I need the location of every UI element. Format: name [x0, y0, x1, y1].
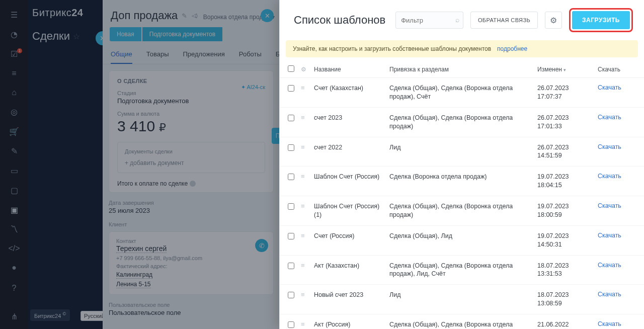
- template-name[interactable]: Счет (Россия): [314, 232, 389, 240]
- contact-street[interactable]: Ленина 5-15: [116, 281, 151, 288]
- row-checkbox[interactable]: [288, 292, 294, 298]
- download-link[interactable]: Скачать: [598, 202, 621, 209]
- box-icon[interactable]: ▣: [8, 205, 20, 215]
- tab-general[interactable]: Общие: [111, 50, 132, 64]
- download-link[interactable]: Скачать: [598, 262, 621, 269]
- row-checkbox[interactable]: [288, 174, 294, 180]
- drag-handle-icon[interactable]: ≡: [301, 173, 314, 180]
- tab-robots[interactable]: Роботы: [239, 50, 262, 64]
- help-hint-icon[interactable]: [190, 181, 196, 187]
- close-deal-button[interactable]: ✕: [261, 9, 274, 22]
- template-name[interactable]: Счет (Казахстан): [314, 84, 389, 93]
- link-icon[interactable]: ⏿: [191, 12, 198, 20]
- drag-handle-icon[interactable]: ≡: [301, 143, 314, 151]
- filter-input[interactable]: [395, 12, 463, 29]
- help-icon[interactable]: ?: [8, 282, 20, 294]
- download-link[interactable]: Скачать: [598, 173, 621, 180]
- template-name[interactable]: Акт (Россия): [314, 320, 389, 329]
- template-name[interactable]: счет 2022: [314, 143, 389, 152]
- sitemap-icon[interactable]: ⋔: [8, 310, 20, 322]
- download-link[interactable]: Скачать: [598, 84, 621, 91]
- drag-handle-icon[interactable]: ≡: [301, 232, 314, 239]
- row-checkbox[interactable]: [288, 85, 294, 92]
- table-row[interactable]: ≡Счет (Казахстан)Сделка (Общая), Сделка …: [280, 78, 644, 108]
- code-icon[interactable]: </>: [8, 244, 20, 253]
- download-link[interactable]: Скачать: [598, 320, 621, 327]
- drag-handle-icon[interactable]: ≡: [301, 262, 314, 269]
- col-binding[interactable]: Привязка к разделам: [389, 66, 537, 73]
- download-link[interactable]: Скачать: [598, 143, 621, 150]
- target-icon[interactable]: ◎: [8, 107, 20, 117]
- row-checkbox[interactable]: [288, 115, 294, 121]
- sum-label: Сумма и валюта: [117, 111, 265, 117]
- panel-settings-button[interactable]: ⚙: [545, 12, 562, 29]
- table-row[interactable]: ≡счет 2023Сделка (Общая), Сделка (Воронк…: [280, 108, 644, 137]
- tab-products[interactable]: Товары: [146, 50, 169, 64]
- row-checkbox[interactable]: [288, 321, 294, 328]
- menu-icon[interactable]: ☰: [8, 10, 20, 20]
- notice-text: Узнайте, как настроить и загрузить собст…: [293, 45, 491, 52]
- robot-icon[interactable]: ▢: [8, 186, 20, 195]
- table-row[interactable]: ≡счет 2022Лид26.07.202314:51:59Скачать: [280, 137, 644, 167]
- tasks-icon[interactable]: ☑1: [8, 49, 20, 59]
- download-link[interactable]: Скачать: [598, 232, 621, 239]
- partial-button[interactable]: П: [272, 128, 280, 144]
- check-icon[interactable]: ●: [8, 263, 20, 272]
- drag-handle-icon[interactable]: ≡: [301, 202, 314, 210]
- table-row[interactable]: ≡Счет (Россия)Сделка (Общая), Лид19.07.2…: [280, 226, 644, 256]
- row-checkbox[interactable]: [288, 263, 294, 269]
- brand-badge[interactable]: Битрикс24 ©: [30, 309, 70, 321]
- drag-handle-icon[interactable]: ≡: [301, 114, 314, 121]
- select-all-checkbox[interactable]: [288, 65, 294, 72]
- table-row[interactable]: ≡Акт (Россия)Сделка (Общая), Сделка (Вор…: [280, 314, 644, 329]
- row-checkbox[interactable]: [288, 203, 294, 210]
- stage-docs[interactable]: Подготовка документов: [142, 27, 222, 41]
- download-link[interactable]: Скачать: [598, 291, 621, 298]
- template-name[interactable]: Шаблон Счет (Россия) (1): [314, 202, 389, 219]
- clock-icon[interactable]: ◔: [8, 30, 20, 39]
- template-binding: Сделка (Общая), Сделка (Воронка отдела п…: [389, 202, 537, 219]
- search-icon[interactable]: ⌕: [455, 16, 459, 24]
- company-icon[interactable]: ⌂: [8, 88, 20, 97]
- drag-handle-icon[interactable]: ≡: [301, 320, 314, 328]
- table-row[interactable]: ≡Шаблон Счет (Россия)Сделка (Воронка отд…: [280, 167, 644, 196]
- template-name[interactable]: Акт (Казахстан): [314, 262, 389, 270]
- template-name[interactable]: счет 2023: [314, 114, 389, 122]
- columns-gear-icon[interactable]: ⚙: [301, 66, 314, 73]
- drag-handle-icon[interactable]: ≡: [301, 84, 314, 92]
- contacts-icon[interactable]: ▭: [8, 166, 20, 176]
- stage-label: Стадия: [117, 90, 265, 96]
- template-name[interactable]: Новый счет 2023: [314, 291, 389, 299]
- contact-city[interactable]: Калининград: [116, 271, 152, 279]
- template-changed: 19.07.202318:00:59: [537, 202, 598, 219]
- template-name[interactable]: Шаблон Счет (Россия): [314, 173, 389, 181]
- ai-chip[interactable]: ✦ AI24-ск: [241, 84, 265, 91]
- stage-new[interactable]: Новая: [110, 27, 141, 41]
- amount-value: 3 410 ₽: [117, 118, 265, 135]
- row-checkbox[interactable]: [288, 233, 294, 239]
- call-button[interactable]: ✆: [255, 239, 268, 252]
- drag-handle-icon[interactable]: ≡: [301, 291, 314, 298]
- download-link[interactable]: Скачать: [598, 114, 621, 121]
- table-row[interactable]: ≡Акт (Казахстан)Сделка (Общая), Сделка (…: [280, 256, 644, 285]
- col-name[interactable]: Название: [314, 66, 389, 73]
- add-document-link[interactable]: + добавить документ: [125, 159, 258, 167]
- tab-offers[interactable]: Предложения: [183, 50, 224, 64]
- edit-title-icon[interactable]: ✎: [182, 12, 187, 20]
- filter-icon[interactable]: ≡: [8, 69, 20, 78]
- panel-header: Список шаблонов ⌕ ОБРАТНАЯ СВЯЗЬ ⚙ ЗАГРУ…: [280, 0, 644, 39]
- feedback-button[interactable]: ОБРАТНАЯ СВЯЗЬ: [470, 12, 538, 29]
- notice-link[interactable]: подробнее: [497, 45, 527, 52]
- table-row[interactable]: ≡Новый счет 2023Лид18.07.202313:08:59Ска…: [280, 285, 644, 314]
- table-row[interactable]: ≡Шаблон Счет (Россия) (1)Сделка (Общая),…: [280, 196, 644, 226]
- star-icon[interactable]: ☆: [73, 32, 80, 41]
- col-changed[interactable]: Изменен▾: [537, 66, 598, 73]
- chart-icon[interactable]: 〽: [8, 225, 20, 234]
- template-changed: 19.07.202314:50:31: [537, 232, 598, 249]
- upload-button[interactable]: ЗАГРУЗИТЬ: [572, 11, 630, 29]
- sign-icon[interactable]: ✎: [8, 146, 20, 156]
- cart-icon[interactable]: 🛒: [8, 127, 20, 136]
- date-value: 25 июля 2023: [109, 207, 274, 214]
- row-checkbox[interactable]: [288, 144, 294, 151]
- contact-name[interactable]: Терехин сергей: [116, 244, 167, 253]
